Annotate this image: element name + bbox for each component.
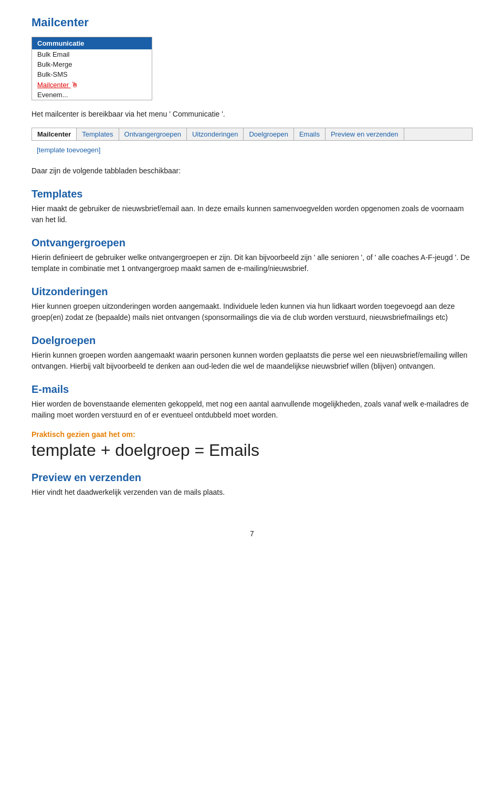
tabs-intro-text: Daar zijn de volgende tabbladen beschikb… — [32, 165, 472, 176]
tab-mailcenter[interactable]: Mailcenter — [32, 128, 77, 140]
menu-item-bulk-email: Bulk Email — [32, 49, 152, 59]
preview-text: Hier vindt het daadwerkelijk verzenden v… — [32, 487, 472, 498]
tab-templates[interactable]: Templates — [77, 128, 119, 140]
page-number: 7 — [32, 529, 472, 538]
menu-header: Communicatie — [32, 37, 152, 49]
cursor-icon: 🖱 — [71, 80, 78, 89]
uitzonderingen-text: Hier kunnen groepen uitzonderingen worde… — [32, 301, 472, 323]
doelgroepen-text: Hierin kunnen groepen worden aangemaakt … — [32, 350, 472, 372]
formula-text: template + doelgroep = Emails — [32, 441, 472, 460]
menu-screenshot: Communicatie Bulk Email Bulk-Merge Bulk-… — [32, 37, 152, 100]
heading-templates: Templates — [32, 188, 472, 200]
menu-item-mailcenter: Mailcenter 🖱 — [32, 79, 152, 90]
heading-ontvangergroepen: Ontvangergroepen — [32, 237, 472, 249]
tabs-bar: Mailcenter Templates Ontvangergroepen Ui… — [32, 128, 472, 141]
practical-label: Praktisch gezien gaat het om: — [32, 430, 472, 439]
heading-doelgroepen: Doelgroepen — [32, 335, 472, 347]
page-title: Mailcenter — [32, 16, 472, 29]
menu-item-bulk-sms: Bulk-SMS — [32, 69, 152, 79]
tab-uitzonderingen[interactable]: Uitzonderingen — [187, 128, 244, 140]
tab-doelgroepen[interactable]: Doelgroepen — [244, 128, 293, 140]
intro-text: Het mailcenter is bereikbaar via het men… — [32, 110, 472, 118]
tab-emails[interactable]: Emails — [294, 128, 326, 140]
emails-text: Hier worden de bovenstaande elementen ge… — [32, 399, 472, 421]
template-toevoegen-link[interactable]: [template toevoegen] — [32, 144, 472, 156]
tab-preview[interactable]: Preview en verzenden — [326, 128, 404, 140]
heading-emails: E-mails — [32, 383, 472, 395]
menu-item-bulk-merge: Bulk-Merge — [32, 59, 152, 69]
heading-preview: Preview en verzenden — [32, 472, 472, 484]
tab-ontvangergroepen[interactable]: Ontvangergroepen — [119, 128, 187, 140]
heading-uitzonderingen: Uitzonderingen — [32, 286, 472, 298]
ontvangergroepen-text: Hierin definieert de gebruiker welke ont… — [32, 252, 472, 274]
menu-item-evenementen: Evenem... — [32, 90, 152, 100]
templates-text: Hier maakt de gebruiker de nieuwsbrief/e… — [32, 203, 472, 225]
